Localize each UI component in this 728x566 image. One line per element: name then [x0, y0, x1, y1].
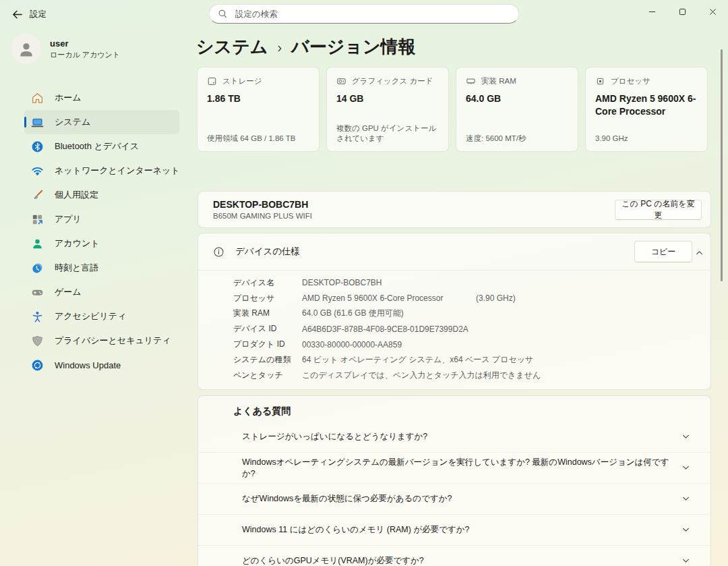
card-label: グラフィックス カード	[352, 76, 433, 86]
sidebar-item-privacy-security[interactable]: プライバシーとセキュリティ	[24, 329, 179, 353]
search-input[interactable]	[234, 9, 510, 20]
user-account-type: ローカル アカウント	[50, 50, 120, 59]
spec-row-pen-touch: ペンとタッチ このディスプレイでは、ペン入力とタッチ入力は利用できません	[198, 368, 710, 383]
sidebar-item-label: ゲーム	[55, 286, 82, 298]
card-value: AMD Ryzen 5 9600X 6-Core Processor	[595, 92, 699, 118]
card-footer: 使用領域 64 GB / 1.86 TB	[207, 134, 313, 144]
gaming-icon	[31, 286, 44, 299]
ram-icon	[466, 76, 476, 86]
storage-card: ストレージ 1.86 TB 使用領域 64 GB / 1.86 TB	[197, 67, 320, 152]
apps-icon	[31, 213, 44, 226]
back-arrow-icon	[11, 8, 24, 21]
minimize-button[interactable]	[637, 0, 667, 23]
device-specs-panel: デバイスの仕様 コピー デバイス名 DESKTOP-BOBC7BH プロセッサ …	[198, 233, 711, 390]
card-value: 1.86 TB	[207, 92, 311, 105]
rename-pc-button[interactable]: この PC の名前を変更	[615, 200, 702, 220]
spec-row-processor: プロセッサ AMD Ryzen 5 9600X 6-Core Processor…	[198, 291, 710, 306]
ram-card: 実装 RAM 64.0 GB 速度: 5600 MT/秒	[456, 67, 578, 152]
faq-question: なぜWindowsを最新の状態に保つ必要があるのですか?	[242, 493, 452, 505]
sidebar-item-accounts[interactable]: アカウント	[24, 231, 179, 256]
processor-icon	[595, 76, 605, 86]
sidebar-item-home[interactable]: ホーム	[24, 86, 179, 110]
sidebar-item-label: 個人用設定	[55, 189, 98, 201]
faq-row-storage-full[interactable]: ストレージがいっぱいになるとどうなりますか?	[198, 422, 710, 452]
user-name: user	[50, 38, 120, 49]
sidebar-item-apps[interactable]: アプリ	[24, 207, 179, 231]
sidebar-item-label: ホーム	[55, 92, 82, 104]
card-value: 14 GB	[336, 92, 440, 105]
network-icon	[31, 165, 44, 177]
card-label: ストレージ	[222, 76, 262, 86]
sidebar-item-personalization[interactable]: 個人用設定	[24, 183, 179, 207]
chevron-down-icon	[680, 493, 692, 505]
faq-question: どのくらいのGPUメモリ(VRAM)が必要ですか?	[242, 555, 424, 566]
spec-row-product-id: プロダクト ID 00330-80000-00000-AA859	[198, 337, 710, 352]
card-footer: 速度: 5600 MT/秒	[466, 134, 572, 144]
sidebar-item-label: アプリ	[55, 213, 82, 225]
faq-row-keep-updated[interactable]: なぜWindowsを最新の状態に保つ必要があるのですか?	[198, 483, 710, 514]
card-label: プロセッサ	[611, 76, 650, 86]
sidebar-item-system[interactable]: システム	[24, 110, 179, 134]
sidebar-item-windows-update[interactable]: Windows Update	[24, 353, 179, 377]
sidebar-item-label: アクセシビリティ	[55, 310, 126, 322]
spec-row-installed-ram: 実装 RAM 64.0 GB (61.6 GB 使用可能)	[198, 306, 710, 322]
faq-question: Windows 11 にはどのくらいのメモリ (RAM) が必要ですか?	[242, 524, 470, 536]
sidebar-item-label: 時刻と言語	[55, 262, 98, 274]
card-value: 64.0 GB	[466, 92, 570, 105]
breadcrumb-separator-icon: ›	[277, 38, 282, 55]
chevron-down-icon	[680, 431, 692, 443]
sidebar-item-accessibility[interactable]: アクセシビリティ	[24, 304, 179, 329]
spec-row-device-name: デバイス名 DESKTOP-BOBC7BH	[198, 275, 710, 291]
chevron-down-icon	[680, 524, 692, 536]
copy-button[interactable]: コピー	[634, 241, 692, 262]
close-button[interactable]	[698, 0, 728, 23]
sidebar-item-label: システム	[55, 116, 90, 128]
sidebar-item-label: Bluetooth とデバイス	[55, 140, 139, 152]
sidebar-item-label: アカウント	[55, 237, 100, 250]
chevron-down-icon	[680, 462, 692, 474]
device-name-panel: DESKTOP-BOBC7BH B650M GAMING PLUS WIFI こ…	[198, 191, 711, 228]
faq-panel: よくある質問 ストレージがいっぱいになるとどうなりますか? Windowsオペレ…	[198, 395, 711, 566]
device-specs-header[interactable]: デバイスの仕様 コピー	[198, 233, 710, 271]
sidebar-item-time-language[interactable]: 時刻と言語	[24, 256, 179, 280]
accounts-icon	[31, 237, 44, 250]
sidebar-nav: ホーム システム Bluetooth とデバイス ネットワークとインターネット	[24, 86, 179, 377]
card-footer: 3.90 GHz	[595, 134, 702, 144]
storage-icon	[207, 76, 217, 86]
sidebar-item-network-internet[interactable]: ネットワークとインターネット	[24, 159, 179, 183]
maximize-icon	[679, 8, 686, 16]
app-title: 設定	[30, 9, 47, 20]
back-button[interactable]	[7, 5, 27, 23]
sidebar-item-label: ネットワークとインターネット	[55, 165, 180, 177]
graphics-card-card: グラフィックス カード 14 GB 複数の GPU がインストールされています	[326, 67, 449, 152]
settings-window: 設定 user ローカル アカウント ホーム	[0, 0, 728, 566]
user-account-block[interactable]: user ローカル アカウント	[11, 34, 173, 64]
personalization-icon	[31, 189, 44, 202]
graphics-card-icon	[336, 76, 346, 86]
device-specs-rows: デバイス名 DESKTOP-BOBC7BH プロセッサ AMD Ryzen 5 …	[198, 271, 710, 383]
search-box[interactable]	[209, 4, 519, 24]
sidebar-item-label: プライバシーとセキュリティ	[55, 335, 171, 347]
person-icon	[18, 40, 35, 58]
window-controls	[637, 0, 728, 23]
sidebar-item-bluetooth-devices[interactable]: Bluetooth とデバイス	[24, 134, 179, 159]
time-language-icon	[31, 262, 44, 275]
faq-row-vram-needed[interactable]: どのくらいのGPUメモリ(VRAM)が必要ですか?	[198, 545, 710, 566]
home-icon	[31, 92, 44, 105]
system-icon	[31, 116, 44, 129]
privacy-icon	[31, 335, 44, 347]
sidebar-item-gaming[interactable]: ゲーム	[24, 280, 179, 304]
faq-row-latest-version[interactable]: Windowsオペレーティングシステムの最新バージョンを実行していますか? 最新…	[198, 452, 710, 483]
card-label: 実装 RAM	[481, 76, 516, 86]
faq-question: Windowsオペレーティングシステムの最新バージョンを実行していますか? 最新…	[242, 457, 670, 480]
maximize-button[interactable]	[667, 0, 698, 23]
vertical-scrollbar-thumb[interactable]	[721, 49, 723, 281]
breadcrumb-parent[interactable]: システム	[196, 35, 268, 59]
faq-row-ram-needed[interactable]: Windows 11 にはどのくらいのメモリ (RAM) が必要ですか?	[198, 514, 710, 545]
page-title: バージョン情報	[291, 35, 415, 59]
chevron-up-icon[interactable]	[693, 246, 705, 258]
minimize-icon	[648, 8, 656, 16]
bluetooth-icon	[31, 140, 44, 153]
spec-row-device-id: デバイス ID A64B6D3F-878B-4F08-9CE8-01D9E739…	[198, 321, 710, 337]
sidebar-item-label: Windows Update	[55, 360, 121, 370]
